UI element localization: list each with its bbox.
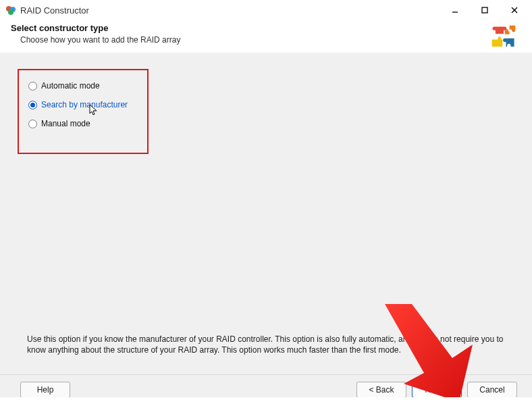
minimize-button[interactable]	[442, 1, 469, 20]
titlebar: RAID Constructor	[0, 0, 532, 20]
maximize-button[interactable]	[471, 1, 498, 20]
close-button[interactable]	[501, 1, 528, 20]
cancel-button[interactable]: Cancel	[467, 382, 517, 398]
page-title: Select constructor type	[11, 23, 486, 33]
svg-point-2	[8, 9, 14, 15]
radio-label: Search by manufacturer	[41, 100, 128, 109]
page-subtitle: Choose how you want to add the RAID arra…	[20, 35, 486, 45]
radio-manual-mode[interactable]: Manual mode	[28, 119, 138, 128]
svg-rect-4	[482, 7, 487, 13]
options-highlight-box: Automatic mode Search by manufacturer Ma…	[18, 69, 149, 154]
back-button[interactable]: < Back	[356, 382, 406, 398]
option-description: Use this option if you know the manufact…	[27, 334, 512, 355]
radio-label: Automatic mode	[41, 81, 100, 91]
window-title: RAID Constructor	[20, 5, 442, 16]
radio-automatic-mode[interactable]: Automatic mode	[28, 81, 138, 91]
next-button[interactable]: Next >	[412, 382, 462, 398]
radio-icon	[28, 120, 37, 128]
radio-search-by-manufacturer[interactable]: Search by manufacturer	[28, 100, 138, 109]
app-icon	[5, 5, 16, 16]
window-controls	[442, 1, 528, 20]
wizard-body: Automatic mode Search by manufacturer Ma…	[0, 53, 532, 404]
puzzle-icon	[486, 23, 521, 53]
radio-label: Manual mode	[41, 119, 90, 128]
help-button[interactable]: Help	[20, 382, 70, 398]
radio-icon	[28, 82, 37, 91]
radio-icon	[28, 101, 37, 109]
